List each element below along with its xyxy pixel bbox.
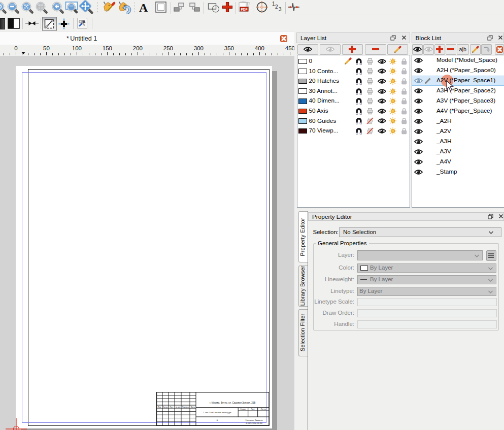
svg-text:Дата: Дата: [191, 406, 195, 408]
svg-text:3: 3: [279, 7, 282, 12]
svg-text:г. Москва, Ветер, ул. Садовая: г. Москва, Ветер, ул. Садовая Зрелая, 25…: [210, 402, 255, 404]
svg-text:Подпись: Подпись: [182, 406, 189, 408]
svg-text:Наталья Зимина: Наталья Зимина: [246, 419, 263, 421]
svg-text:Лист: Лист: [251, 408, 255, 410]
svg-text:Листов: Листов: [261, 408, 266, 410]
svg-text:Лист: Лист: [170, 406, 174, 408]
svg-text:2: 2: [275, 4, 278, 10]
svg-text:№ док: № док: [176, 406, 181, 408]
svg-text:1: 1: [216, 419, 218, 421]
svg-text:PDF: PDF: [241, 8, 248, 11]
svg-text:Кол.уч: Кол.уч: [163, 406, 168, 408]
svg-text:8-925-336-92-34: 8-925-336-92-34: [246, 422, 262, 424]
svg-text:1 см 25 м2 жилой площади: 1 см 25 м2 жилой площади: [203, 411, 231, 414]
svg-text:Стадия: Стадия: [240, 408, 246, 410]
svg-text:Изм: Изм: [158, 406, 161, 408]
